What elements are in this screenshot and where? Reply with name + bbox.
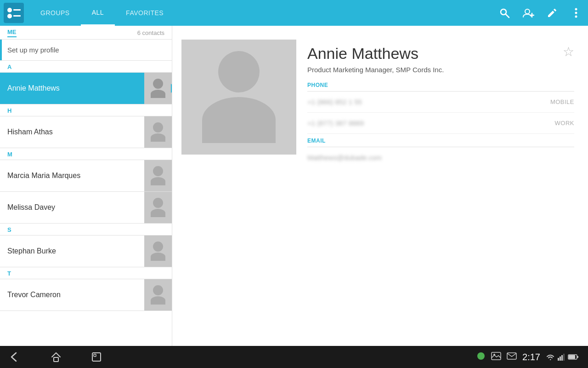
- section-header-a: A: [0, 61, 172, 73]
- contact-detail: Annie Matthews ☆ Product Marketing Manag…: [172, 26, 588, 177]
- contact-row-trevor[interactable]: Trevor Cameron: [0, 279, 172, 311]
- top-tabs: GROUPS ALL FAVORITES: [29, 0, 496, 26]
- wifi-icon: [546, 353, 555, 361]
- section-header-h: H: [0, 104, 172, 116]
- svg-point-5: [575, 8, 577, 11]
- avatar-head-m2: [153, 198, 163, 208]
- more-icon: [575, 7, 577, 18]
- left-panel: ME 6 contacts Set up my profile A Annie …: [0, 26, 172, 346]
- section-header-s: S: [0, 224, 172, 236]
- tab-groups[interactable]: GROUPS: [29, 0, 81, 26]
- recents-button[interactable]: [90, 351, 103, 363]
- avatar-head-m1: [153, 166, 163, 176]
- add-contact-button[interactable]: [520, 5, 537, 21]
- time-display: 2:17: [522, 352, 540, 362]
- app-icon-line-1: [7, 8, 21, 12]
- contact-row-annie[interactable]: Annie Matthews: [0, 73, 172, 104]
- svg-line-1: [506, 14, 509, 17]
- contact-info-marcia: Marcia Maria Marques: [0, 164, 144, 187]
- status-icons: 2:17: [476, 351, 579, 362]
- svg-point-6: [575, 12, 577, 14]
- contact-name-marcia: Marcia Maria Marques: [7, 172, 80, 179]
- contact-info-stephan: Stephan Burke: [0, 240, 144, 263]
- contact-row-stephan[interactable]: Stephan Burke: [0, 236, 172, 267]
- main-content: ME 6 contacts Set up my profile A Annie …: [0, 26, 588, 346]
- contact-info-trevor: Trevor Cameron: [0, 283, 144, 306]
- bottom-bar: 2:17: [0, 346, 588, 368]
- search-button[interactable]: [496, 5, 513, 21]
- landscape-icon: [491, 352, 501, 360]
- back-button[interactable]: [9, 351, 22, 363]
- contact-info-annie: Annie Matthews: [0, 77, 144, 100]
- edit-icon: [547, 7, 558, 18]
- avatar-body: [151, 90, 165, 98]
- avatar-body-t: [151, 296, 165, 305]
- avatar-head: [153, 79, 163, 89]
- svg-rect-16: [560, 356, 561, 361]
- contact-info-melissa: Melissa Davey: [0, 196, 144, 219]
- home-button[interactable]: [50, 351, 62, 363]
- nav-buttons: [9, 351, 103, 363]
- contact-row-melissa[interactable]: Melissa Davey: [0, 192, 172, 224]
- me-indicator: [0, 40, 2, 60]
- avatar-body-s: [151, 253, 165, 261]
- section-letter-h: H: [7, 107, 11, 114]
- contact-detail-title: Product Marketing Manager, SMP Cords Inc…: [307, 66, 574, 74]
- contact-avatar-melissa: [144, 192, 172, 223]
- svg-rect-21: [569, 355, 575, 359]
- edit-button[interactable]: [544, 5, 560, 21]
- avatar-head-s: [153, 242, 163, 252]
- phone-mobile-row[interactable]: +1 (866) 852 1 55 MOBILE: [307, 92, 574, 113]
- avatar-head-h: [153, 122, 163, 132]
- avatar-person-annie: [151, 79, 165, 98]
- green-circle-icon: [476, 351, 486, 361]
- circle-status-icon: [476, 351, 486, 362]
- section-letter-m: M: [7, 151, 12, 158]
- phone-work-row[interactable]: +1 (877) 387 8889 WORK: [307, 113, 574, 134]
- app-icon-inner: [7, 8, 21, 18]
- avatar-body-m2: [151, 209, 165, 217]
- envelope-icon: [507, 352, 517, 360]
- svg-point-2: [525, 9, 530, 14]
- avatar-body-h: [151, 133, 165, 142]
- contact-photo-inner: [202, 51, 276, 143]
- contact-avatar-marcia: [144, 160, 172, 191]
- me-count: 6 contacts: [137, 29, 164, 36]
- section-letter-t: T: [7, 270, 11, 277]
- svg-rect-8: [54, 357, 58, 362]
- image-status-icon: [491, 352, 501, 362]
- favorite-star-button[interactable]: ☆: [563, 44, 574, 59]
- svg-rect-9: [92, 353, 101, 361]
- contact-name-stephan: Stephan Burke: [7, 247, 56, 255]
- email-value[interactable]: Matthews@dubade.com: [307, 147, 574, 168]
- phone-work-value: +1 (877) 387 8889: [307, 119, 364, 127]
- avatar-person-melissa: [151, 198, 165, 217]
- detail-avatar-head: [218, 51, 260, 92]
- avatar-person-stephan: [151, 242, 165, 261]
- profile-setup-row[interactable]: Set up my profile: [0, 40, 172, 61]
- profile-setup-text: Set up my profile: [7, 46, 59, 54]
- app-icon-circle-2: [7, 14, 12, 18]
- section-header-t: T: [0, 267, 172, 279]
- more-options-button[interactable]: [568, 5, 584, 21]
- avatar-person-marcia: [151, 166, 165, 185]
- contact-row-marcia[interactable]: Marcia Maria Marques: [0, 160, 172, 192]
- svg-point-7: [575, 16, 577, 18]
- section-letter-a: A: [7, 63, 11, 70]
- contact-detail-info: Annie Matthews ☆ Product Marketing Manag…: [307, 40, 574, 168]
- avatar-head-t: [153, 285, 163, 295]
- right-panel: Annie Matthews ☆ Product Marketing Manag…: [172, 26, 588, 346]
- recents-icon: [91, 352, 102, 362]
- contact-row-hisham[interactable]: Hisham Athas: [0, 116, 172, 148]
- contact-detail-name: Annie Matthews: [307, 44, 418, 63]
- app-icon-rect-2: [13, 15, 21, 17]
- contact-name-hisham: Hisham Athas: [7, 128, 53, 136]
- tab-all[interactable]: ALL: [81, 0, 115, 26]
- contact-avatar-stephan: [144, 236, 172, 267]
- app-icon: [4, 3, 24, 23]
- tab-favorites[interactable]: FAVORITES: [115, 0, 175, 26]
- section-letter-s: S: [7, 226, 11, 233]
- home-icon: [51, 351, 62, 362]
- phone-mobile-type: MOBILE: [550, 98, 574, 105]
- svg-rect-18: [563, 354, 565, 361]
